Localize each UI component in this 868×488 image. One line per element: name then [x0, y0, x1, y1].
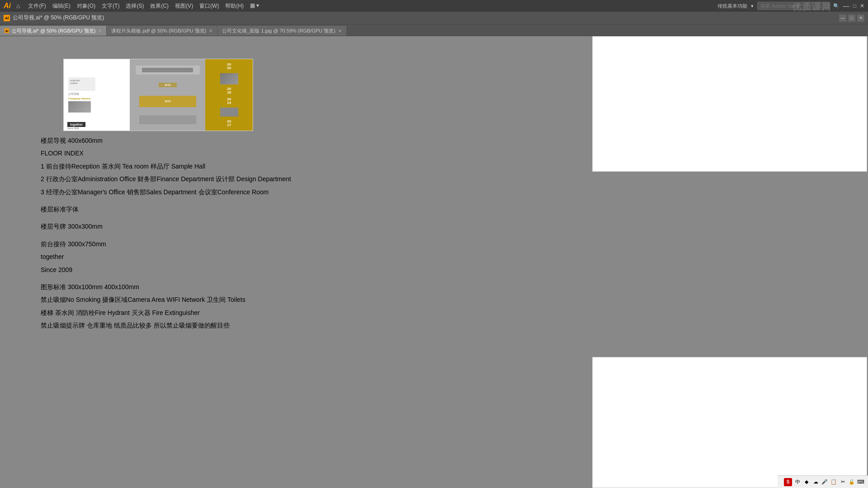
tray-icon-2[interactable]: ☁	[812, 479, 819, 486]
title-close[interactable]: ✕	[857, 14, 864, 22]
white-panel-bottom	[592, 357, 867, 488]
floor-guide-title: 楼层导视 400x600mm	[41, 136, 563, 145]
search-button[interactable]: 🔍	[833, 3, 840, 9]
since-text: Since 2009	[41, 265, 563, 275]
menu-view[interactable]: 视图(V)	[172, 1, 196, 11]
floor-index-label: FLOOR INDEX	[41, 148, 563, 158]
tab-1-close[interactable]: ✕	[209, 28, 212, 33]
company-history-en: Company history	[68, 97, 125, 100]
menu-layout-icon[interactable]: ▦ ▾	[247, 1, 262, 11]
tab-1-label: 课程片头模板.pdf @ 50% (RGB/GPU 预览)	[111, 28, 206, 34]
title-ai-icon: Ai	[4, 15, 10, 21]
menu-file[interactable]: 文件(F)	[25, 1, 48, 11]
menu-window[interactable]: 窗口(W)	[197, 1, 222, 11]
company-history-cn: 公司历程	[68, 92, 125, 96]
timeline-2016: 2016	[159, 83, 177, 87]
tray-scissors-icon[interactable]: ✂	[839, 479, 846, 486]
tab-0-close[interactable]: ✕	[98, 28, 102, 33]
signs-line2: 楼梯 茶水间 消防栓Fire Hydrant 灭火器 Fire Extingui…	[41, 308, 563, 318]
main-area: small text content 公司历程 Company history …	[0, 36, 868, 488]
floor-1-text: 1 前台接待Reception 茶水间 Tea room 样品厅 Sample …	[41, 161, 563, 171]
year-2018: 2018	[227, 87, 231, 94]
window-controls: — □ ✕	[839, 14, 864, 22]
menu-object[interactable]: 对象(O)	[74, 1, 98, 11]
text-content: 楼层导视 400x600mm FLOOR INDEX 1 前台接待Recepti…	[41, 136, 563, 333]
menu-bar: Ai ⌂ 文件(F) 编辑(E) 对象(O) 文字(T) 选择(S) 效果(C)…	[0, 0, 868, 12]
preview-center-section: 2016 2015	[130, 59, 205, 131]
floor-2-text: 2 行政办公室Administration Office 财务部Finance …	[41, 174, 563, 184]
tray-chinese-input[interactable]: 中	[794, 479, 801, 486]
left-panel: small text content 公司历程 Company history …	[0, 36, 590, 488]
menu-right: 传统基本功能 ▾ 🔍 — □ ✕	[717, 2, 864, 10]
system-tray: S 中 ◆ ☁ 🎤 📋 ✂ 🔒 ⌨	[778, 475, 868, 488]
preview-inner: small text content 公司历程 Company history …	[64, 59, 253, 131]
title-text: Ai 公司导视.ai* @ 50% (RGB/GPU 预览)	[4, 14, 104, 22]
window-maximize[interactable]: □	[853, 3, 856, 9]
reception-title: 前台接待 3000x750mm	[41, 239, 563, 249]
title-bar: Ai 公司导视.ai* @ 50% (RGB/GPU 预览) — □ ✕	[0, 12, 868, 24]
dropdown-icon[interactable]: ▾	[751, 3, 754, 9]
preview-left-section: small text content 公司历程 Company history …	[64, 59, 130, 131]
menu-select[interactable]: 选择(S)	[123, 1, 146, 11]
menu-help[interactable]: 帮助(H)	[222, 1, 246, 11]
tray-lock-icon[interactable]: 🔒	[848, 479, 855, 486]
title-minimize[interactable]: —	[839, 14, 846, 22]
together-label: together	[67, 122, 85, 127]
since-label: Since 2008	[67, 127, 79, 130]
window-close[interactable]: ✕	[860, 3, 864, 9]
menu-items: 文件(F) 编辑(E) 对象(O) 文字(T) 选择(S) 效果(C) 视图(V…	[25, 1, 715, 11]
menu-effect[interactable]: 效果(C)	[147, 1, 171, 11]
tray-s-icon[interactable]: S	[784, 478, 792, 486]
tray-icon-1[interactable]: ◆	[803, 479, 810, 486]
ai-logo-icon: Ai	[4, 2, 11, 10]
basic-function-label: 传统基本功能	[717, 3, 747, 9]
signs-line3: 禁止吸烟提示牌 仓库重地 纸质品比较多 所以禁止吸烟要做的醒目些	[41, 320, 563, 330]
year-2017: 2017	[227, 120, 231, 127]
preview-right-section: 2020 2018 2019 2017	[205, 59, 253, 131]
together-text: together	[41, 252, 563, 262]
tab-1[interactable]: 课程片头模板.pdf @ 50% (RGB/GPU 预览) ✕	[107, 26, 217, 36]
doc-preview: small text content 公司历程 Company history …	[63, 59, 253, 131]
floor-sign-title: 楼层号牌 300x300mm	[41, 221, 563, 231]
search-input[interactable]	[760, 3, 826, 9]
tab-0-label: 公司导视.ai* @ 50% (RGB/GPU 预览)	[12, 28, 95, 34]
signs-line1: 禁止吸烟No Smoking 摄像区域Camera Area WIFI Netw…	[41, 295, 563, 305]
document-title: 公司导视.ai* @ 50% (RGB/GPU 预览)	[13, 14, 104, 22]
tab-bar: Ai 公司导视.ai* @ 50% (RGB/GPU 预览) ✕ 课程片头模板.…	[0, 24, 868, 36]
tab-0-icon: Ai	[5, 28, 9, 33]
tab-2[interactable]: 公司文化墙_面版 1.jpg @ 70.59% (RGB/GPU 预览) ✕	[217, 26, 347, 36]
floor-3-text: 3 经理办公室Manager's Office 销售部Sales Departm…	[41, 187, 563, 197]
search-box[interactable]	[757, 2, 830, 10]
year-2019: 2019	[227, 98, 231, 105]
tray-keyboard-icon[interactable]: ⌨	[857, 479, 864, 486]
tab-2-label: 公司文化墙_面版 1.jpg @ 70.59% (RGB/GPU 预览)	[222, 28, 335, 34]
graphic-standard-title: 图形标准 300x100mm 400x100mm	[41, 282, 563, 292]
tray-clipboard-icon[interactable]: 📋	[830, 479, 837, 486]
tab-2-close[interactable]: ✕	[338, 28, 342, 33]
tab-0[interactable]: Ai 公司导视.ai* @ 50% (RGB/GPU 预览) ✕	[0, 26, 107, 36]
title-maximize[interactable]: □	[848, 14, 855, 22]
year-2020: 2020	[227, 63, 231, 70]
home-icon[interactable]: ⌂	[16, 2, 20, 9]
window-minimize[interactable]: —	[843, 2, 849, 9]
floor-font-title: 楼层标准字体	[41, 204, 563, 214]
tray-mic-icon[interactable]: 🎤	[821, 479, 828, 486]
right-panel	[590, 36, 868, 488]
white-panel-top	[592, 36, 867, 172]
menu-text[interactable]: 文字(T)	[99, 1, 122, 11]
menu-edit[interactable]: 编辑(E)	[50, 1, 73, 11]
